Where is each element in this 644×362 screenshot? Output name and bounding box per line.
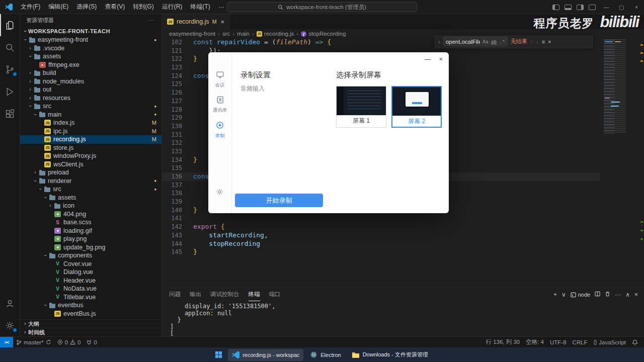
tree-item-easymeeting-front[interactable]: easymeeting-front● xyxy=(20,36,162,44)
maximize-panel-icon[interactable]: ∧ xyxy=(625,291,630,298)
tree-item-eventbus[interactable]: eventbus xyxy=(20,301,162,310)
tree-item-wsClient.js[interactable]: wsClient.js xyxy=(20,160,162,169)
tree-item-preload[interactable]: preload xyxy=(20,168,162,177)
split-terminal-icon[interactable] xyxy=(595,291,600,298)
menu-选择(S)[interactable]: 选择(S) xyxy=(72,0,101,14)
breadcrumb-main[interactable]: main xyxy=(237,31,250,37)
terminal-output[interactable]: display_id: '1551381500', appIcon: null … xyxy=(170,303,634,335)
find-previous-icon[interactable]: ↑ xyxy=(530,39,533,45)
encoding[interactable]: UTF-8 xyxy=(547,337,570,347)
find-next-icon[interactable]: ↓ xyxy=(536,39,539,45)
new-terminal-icon[interactable]: + xyxy=(553,291,557,298)
start-button[interactable] xyxy=(212,349,225,361)
kill-terminal-icon[interactable] xyxy=(605,291,610,298)
tree-item-ipc.js[interactable]: ipc.jsM xyxy=(20,127,162,136)
breadcrumb-src[interactable]: src xyxy=(222,31,230,37)
find-in-selection-icon[interactable]: ≡ xyxy=(542,39,545,45)
customize-layout-icon[interactable] xyxy=(589,5,596,10)
screen-option-1[interactable]: 屏幕 1 xyxy=(336,86,386,128)
editor-more-icon[interactable]: ··· xyxy=(631,18,638,26)
ports-item[interactable]: 0 xyxy=(84,337,100,347)
taskbar-folder[interactable]: Downloads - 文件资源管理 xyxy=(348,349,432,361)
tree-item-src[interactable]: src● xyxy=(20,102,162,111)
tree-item-recording.js[interactable]: recording.jsM xyxy=(20,135,162,144)
workspace-root-row[interactable]: WORKSPACE-FRONT-TEACH xyxy=(20,26,162,36)
menu-转到(G)[interactable]: 转到(G) xyxy=(129,0,157,14)
start-recording-button[interactable]: 开始录制 xyxy=(235,194,323,207)
find-expand-icon[interactable]: › xyxy=(438,39,440,45)
tree-item-components[interactable]: components xyxy=(20,251,162,260)
find-close-icon[interactable]: × xyxy=(548,39,551,45)
tree-item-update_bg.png[interactable]: update_bg.png xyxy=(20,243,162,252)
remote-indicator[interactable]: >< xyxy=(0,337,13,347)
eol-sequence[interactable]: CRLF xyxy=(570,337,591,347)
run-debug-icon[interactable] xyxy=(0,80,20,103)
dialog-nav-会议[interactable]: 会议 xyxy=(215,70,225,88)
git-branch-item[interactable]: master* xyxy=(13,337,54,347)
code-line-144[interactable]: 144 stopRecording xyxy=(162,240,600,248)
code-line-142[interactable]: 142export { xyxy=(162,223,600,231)
notifications-bell-icon[interactable] xyxy=(629,337,641,347)
menu-编辑(E)[interactable]: 编辑(E) xyxy=(44,0,72,14)
tree-item-node_modules[interactable]: node_modules xyxy=(20,77,162,86)
tree-item-Dialog.vue[interactable]: Dialog.vue xyxy=(20,268,162,277)
tree-item-out[interactable]: out xyxy=(20,85,162,94)
tree-item-main[interactable]: main● xyxy=(20,111,162,119)
breadcrumb-easymeeting-front[interactable]: easymeeting-front xyxy=(169,31,215,37)
problems-item[interactable]: 0 0 xyxy=(54,337,84,347)
tree-item-icon[interactable]: icon xyxy=(20,202,162,210)
account-icon[interactable] xyxy=(0,292,20,314)
taskbar-vscode[interactable]: recording.js - workspac xyxy=(228,349,303,361)
tree-item-play.png[interactable]: play.png xyxy=(20,235,162,243)
dialog-minimize-icon[interactable]: — xyxy=(424,56,431,62)
toggle-sidebar-icon[interactable] xyxy=(552,5,559,10)
tree-item-src[interactable]: src● xyxy=(20,185,162,194)
menu-运行(R)[interactable]: 运行(R) xyxy=(158,0,187,14)
tree-item-ffmpeg.exe[interactable]: ffmpeg.exe xyxy=(20,61,162,69)
tree-item-assets[interactable]: assets xyxy=(20,194,162,202)
command-center-search[interactable]: workspace-front-teach (管理员) xyxy=(227,2,417,12)
tab-close-icon[interactable]: × xyxy=(220,18,224,26)
minimap[interactable] xyxy=(601,38,639,134)
dialog-settings-gear-icon[interactable] xyxy=(215,188,224,198)
menu-终端(T)[interactable]: 终端(T) xyxy=(186,0,214,14)
maximize-button[interactable]: ▢ xyxy=(614,4,629,11)
dialog-nav-通讯录[interactable]: 通讯录 xyxy=(213,96,227,114)
tree-item-.vscode[interactable]: .vscode xyxy=(20,44,162,53)
panel-tab-问题[interactable]: 问题 xyxy=(169,288,181,301)
tree-item-assets[interactable]: assets xyxy=(20,52,162,61)
tree-item-eventBus.js[interactable]: eventBus.js xyxy=(20,310,162,318)
search-sidebar-icon[interactable] xyxy=(0,36,20,58)
code-line-145[interactable]: 145} xyxy=(162,248,600,256)
terminal-dropdown-icon[interactable]: ∨ xyxy=(561,291,566,298)
close-button[interactable]: × xyxy=(629,4,644,10)
cursor-position[interactable]: 行 136, 列 30 xyxy=(482,337,523,347)
tree-item-loading.gif[interactable]: loading.gif xyxy=(20,227,162,235)
tree-item-base.scss[interactable]: base.scss xyxy=(20,218,162,227)
tree-item-NoData.vue[interactable]: NoData.vue xyxy=(20,285,162,293)
tab-recording-js[interactable]: recording.js M × xyxy=(162,14,230,29)
breadcrumb-recording.js[interactable]: recording.js xyxy=(257,31,294,37)
explorer-icon[interactable] xyxy=(0,14,20,36)
panel-tab-调试控制台[interactable]: 调试控制台 xyxy=(210,288,239,301)
whole-word-icon[interactable]: ab xyxy=(491,39,497,44)
panel-tab-终端[interactable]: 终端 xyxy=(249,288,260,301)
language-mode[interactable]: {} JavaScript xyxy=(591,337,629,347)
tree-item-index.js[interactable]: index.jsM xyxy=(20,119,162,127)
regex-icon[interactable]: .* xyxy=(499,39,505,44)
tree-item-404.png[interactable]: 404.png xyxy=(20,210,162,219)
tree-item-Titlebar.vue[interactable]: Titlebar.vue xyxy=(20,293,162,302)
tree-item-windowProxy.js[interactable]: windowProxy.js xyxy=(20,152,162,160)
dialog-close-icon[interactable]: × xyxy=(439,56,443,62)
toggle-panel-icon[interactable] xyxy=(565,5,572,10)
find-input[interactable]: openLocalFile Aa ab .* xyxy=(443,37,508,46)
tree-item-Header.vue[interactable]: Header.vue xyxy=(20,277,162,285)
split-editor-icon[interactable]: ▯▯ xyxy=(619,18,626,26)
tree-item-Cover.vue[interactable]: Cover.vue xyxy=(20,260,162,268)
settings-gear-icon[interactable] xyxy=(0,314,20,336)
tree-item-renderer[interactable]: renderer● xyxy=(20,177,162,186)
screen-option-2[interactable]: 屏幕 2 xyxy=(391,86,442,128)
close-panel-icon[interactable]: × xyxy=(634,291,638,298)
audio-input-label[interactable]: 音频输入 xyxy=(240,84,271,93)
tree-item-resources[interactable]: resources xyxy=(20,94,162,103)
